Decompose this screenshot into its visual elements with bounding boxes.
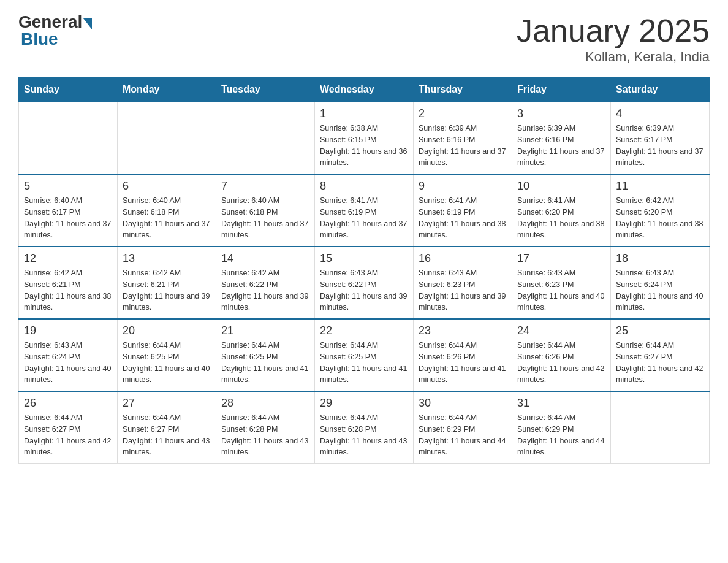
day-info: Sunrise: 6:43 AM Sunset: 6:23 PM Dayligh… <box>517 267 605 313</box>
day-number: 25 <box>616 324 704 337</box>
calendar-day-cell: 16Sunrise: 6:43 AM Sunset: 6:23 PM Dayli… <box>414 247 512 319</box>
calendar-day-cell: 26Sunrise: 6:44 AM Sunset: 6:27 PM Dayli… <box>19 391 118 464</box>
day-number: 9 <box>419 180 507 193</box>
calendar-day-cell: 28Sunrise: 6:44 AM Sunset: 6:28 PM Dayli… <box>216 391 315 464</box>
day-number: 18 <box>616 252 704 265</box>
calendar-day-header: Saturday <box>611 78 710 102</box>
day-info: Sunrise: 6:42 AM Sunset: 6:21 PM Dayligh… <box>24 267 112 313</box>
calendar-day-cell: 27Sunrise: 6:44 AM Sunset: 6:27 PM Dayli… <box>118 391 216 464</box>
calendar-day-cell: 14Sunrise: 6:42 AM Sunset: 6:22 PM Dayli… <box>216 247 315 319</box>
calendar-day-cell: 9Sunrise: 6:41 AM Sunset: 6:19 PM Daylig… <box>414 174 512 247</box>
day-number: 22 <box>320 324 408 337</box>
calendar-day-cell <box>216 102 315 174</box>
calendar-day-cell: 1Sunrise: 6:38 AM Sunset: 6:15 PM Daylig… <box>315 102 414 174</box>
calendar-week-row: 12Sunrise: 6:42 AM Sunset: 6:21 PM Dayli… <box>19 247 710 319</box>
calendar-day-cell: 19Sunrise: 6:43 AM Sunset: 6:24 PM Dayli… <box>19 319 118 391</box>
day-number: 19 <box>24 324 112 337</box>
day-info: Sunrise: 6:42 AM Sunset: 6:21 PM Dayligh… <box>123 267 211 313</box>
day-number: 31 <box>517 397 605 410</box>
day-info: Sunrise: 6:43 AM Sunset: 6:23 PM Dayligh… <box>419 267 507 313</box>
day-info: Sunrise: 6:43 AM Sunset: 6:22 PM Dayligh… <box>320 267 408 313</box>
calendar-day-header: Tuesday <box>216 78 315 102</box>
calendar-day-header: Wednesday <box>315 78 414 102</box>
day-info: Sunrise: 6:39 AM Sunset: 6:16 PM Dayligh… <box>419 123 507 169</box>
calendar-day-cell: 15Sunrise: 6:43 AM Sunset: 6:22 PM Dayli… <box>315 247 414 319</box>
day-number: 21 <box>221 324 309 337</box>
calendar-day-cell: 6Sunrise: 6:40 AM Sunset: 6:18 PM Daylig… <box>118 174 216 247</box>
logo-arrow-icon <box>83 18 92 29</box>
day-number: 23 <box>419 324 507 337</box>
calendar-day-cell: 29Sunrise: 6:44 AM Sunset: 6:28 PM Dayli… <box>315 391 414 464</box>
calendar-day-cell: 21Sunrise: 6:44 AM Sunset: 6:25 PM Dayli… <box>216 319 315 391</box>
calendar-day-cell: 13Sunrise: 6:42 AM Sunset: 6:21 PM Dayli… <box>118 247 216 319</box>
calendar-day-cell: 22Sunrise: 6:44 AM Sunset: 6:25 PM Dayli… <box>315 319 414 391</box>
day-number: 11 <box>616 180 704 193</box>
day-info: Sunrise: 6:43 AM Sunset: 6:24 PM Dayligh… <box>24 340 112 386</box>
day-number: 20 <box>123 324 211 337</box>
day-info: Sunrise: 6:44 AM Sunset: 6:29 PM Dayligh… <box>517 412 605 458</box>
day-info: Sunrise: 6:44 AM Sunset: 6:28 PM Dayligh… <box>221 412 309 458</box>
logo-blue-text: Blue <box>21 29 58 49</box>
calendar-day-cell <box>19 102 118 174</box>
day-number: 1 <box>320 107 408 120</box>
calendar-day-cell <box>118 102 216 174</box>
calendar-table: SundayMondayTuesdayWednesdayThursdayFrid… <box>18 77 710 464</box>
calendar-day-header: Friday <box>512 78 611 102</box>
day-number: 13 <box>123 252 211 265</box>
calendar-day-cell: 31Sunrise: 6:44 AM Sunset: 6:29 PM Dayli… <box>512 391 611 464</box>
calendar-header-row: SundayMondayTuesdayWednesdayThursdayFrid… <box>19 78 710 102</box>
calendar-week-row: 1Sunrise: 6:38 AM Sunset: 6:15 PM Daylig… <box>19 102 710 174</box>
day-info: Sunrise: 6:44 AM Sunset: 6:28 PM Dayligh… <box>320 412 408 458</box>
day-number: 26 <box>24 397 112 410</box>
day-info: Sunrise: 6:42 AM Sunset: 6:20 PM Dayligh… <box>616 195 704 241</box>
day-number: 30 <box>419 397 507 410</box>
day-number: 15 <box>320 252 408 265</box>
day-info: Sunrise: 6:40 AM Sunset: 6:17 PM Dayligh… <box>24 195 112 241</box>
calendar-day-cell: 24Sunrise: 6:44 AM Sunset: 6:26 PM Dayli… <box>512 319 611 391</box>
calendar-week-row: 5Sunrise: 6:40 AM Sunset: 6:17 PM Daylig… <box>19 174 710 247</box>
day-info: Sunrise: 6:44 AM Sunset: 6:25 PM Dayligh… <box>123 340 211 386</box>
day-info: Sunrise: 6:44 AM Sunset: 6:27 PM Dayligh… <box>123 412 211 458</box>
calendar-day-cell: 18Sunrise: 6:43 AM Sunset: 6:24 PM Dayli… <box>611 247 710 319</box>
logo: General Blue <box>18 12 92 49</box>
calendar-week-row: 19Sunrise: 6:43 AM Sunset: 6:24 PM Dayli… <box>19 319 710 391</box>
calendar-week-row: 26Sunrise: 6:44 AM Sunset: 6:27 PM Dayli… <box>19 391 710 464</box>
calendar-subtitle: Kollam, Kerala, India <box>517 49 710 65</box>
day-number: 8 <box>320 180 408 193</box>
day-info: Sunrise: 6:39 AM Sunset: 6:16 PM Dayligh… <box>517 123 605 169</box>
title-block: January 2025 Kollam, Kerala, India <box>517 12 710 65</box>
day-number: 7 <box>221 180 309 193</box>
calendar-day-cell: 5Sunrise: 6:40 AM Sunset: 6:17 PM Daylig… <box>19 174 118 247</box>
calendar-day-cell: 25Sunrise: 6:44 AM Sunset: 6:27 PM Dayli… <box>611 319 710 391</box>
day-info: Sunrise: 6:44 AM Sunset: 6:25 PM Dayligh… <box>221 340 309 386</box>
day-info: Sunrise: 6:40 AM Sunset: 6:18 PM Dayligh… <box>221 195 309 241</box>
calendar-day-cell: 23Sunrise: 6:44 AM Sunset: 6:26 PM Dayli… <box>414 319 512 391</box>
calendar-day-cell: 8Sunrise: 6:41 AM Sunset: 6:19 PM Daylig… <box>315 174 414 247</box>
day-number: 10 <box>517 180 605 193</box>
day-number: 24 <box>517 324 605 337</box>
calendar-day-cell: 30Sunrise: 6:44 AM Sunset: 6:29 PM Dayli… <box>414 391 512 464</box>
calendar-day-cell: 3Sunrise: 6:39 AM Sunset: 6:16 PM Daylig… <box>512 102 611 174</box>
day-number: 4 <box>616 107 704 120</box>
calendar-day-cell: 2Sunrise: 6:39 AM Sunset: 6:16 PM Daylig… <box>414 102 512 174</box>
day-number: 28 <box>221 397 309 410</box>
day-info: Sunrise: 6:43 AM Sunset: 6:24 PM Dayligh… <box>616 267 704 313</box>
day-number: 6 <box>123 180 211 193</box>
calendar-day-cell: 7Sunrise: 6:40 AM Sunset: 6:18 PM Daylig… <box>216 174 315 247</box>
calendar-day-cell: 4Sunrise: 6:39 AM Sunset: 6:17 PM Daylig… <box>611 102 710 174</box>
calendar-day-cell: 10Sunrise: 6:41 AM Sunset: 6:20 PM Dayli… <box>512 174 611 247</box>
day-number: 16 <box>419 252 507 265</box>
day-info: Sunrise: 6:38 AM Sunset: 6:15 PM Dayligh… <box>320 123 408 169</box>
day-number: 3 <box>517 107 605 120</box>
calendar-day-cell: 17Sunrise: 6:43 AM Sunset: 6:23 PM Dayli… <box>512 247 611 319</box>
calendar-day-cell: 11Sunrise: 6:42 AM Sunset: 6:20 PM Dayli… <box>611 174 710 247</box>
calendar-day-header: Monday <box>118 78 216 102</box>
page-header: General Blue January 2025 Kollam, Kerala… <box>18 12 710 65</box>
day-number: 5 <box>24 180 112 193</box>
calendar-title: January 2025 <box>517 12 710 49</box>
day-number: 17 <box>517 252 605 265</box>
calendar-day-header: Sunday <box>19 78 118 102</box>
day-number: 14 <box>221 252 309 265</box>
calendar-day-header: Thursday <box>414 78 512 102</box>
day-info: Sunrise: 6:44 AM Sunset: 6:26 PM Dayligh… <box>517 340 605 386</box>
